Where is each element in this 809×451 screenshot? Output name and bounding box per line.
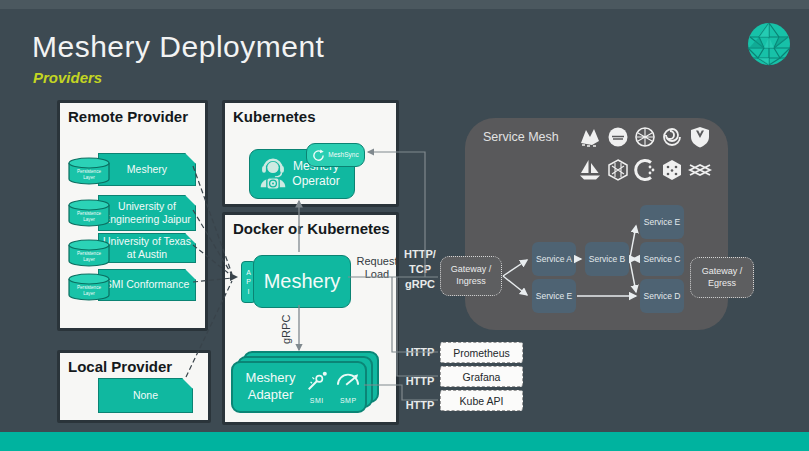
- meshery-adapter-label: Meshery Adapter: [239, 370, 302, 404]
- svg-text:Layer: Layer: [83, 291, 95, 296]
- gateway-ingress-box[interactable]: Gateway / Ingress: [440, 256, 502, 296]
- service-mesh-panel: Service Mesh: [465, 118, 728, 330]
- grafana-box[interactable]: Grafana: [440, 366, 523, 387]
- kube-api-box[interactable]: Kube API: [440, 390, 523, 411]
- http-label-kubeapi: HTTP: [403, 399, 437, 411]
- persistence-db-icon: Persistence Layer: [66, 199, 112, 227]
- service-mesh-logo-10-icon: [688, 158, 712, 182]
- remote-provider-title: Remote Provider: [68, 108, 188, 125]
- service-b-box[interactable]: Service B: [585, 242, 629, 276]
- meshery-box[interactable]: Meshery: [253, 255, 351, 308]
- persistence-db-icon: Persistence Layer: [66, 239, 112, 267]
- page-title: Meshery Deployment: [32, 30, 324, 64]
- local-provider-title: Local Provider: [68, 358, 172, 375]
- provider-item-smi-conformance[interactable]: SMI Conformance: [98, 269, 196, 301]
- http-label-prometheus: HTTP: [403, 346, 437, 358]
- service-mesh-title: Service Mesh: [483, 130, 559, 144]
- svg-text:Persistence: Persistence: [77, 211, 101, 216]
- service-e-top-box[interactable]: Service E: [640, 205, 684, 239]
- svg-text:Layer: Layer: [83, 175, 95, 180]
- service-mesh-logo-7-icon: [606, 158, 630, 182]
- protocol-stack-label: HTTP/ TCP gRPC: [398, 247, 442, 292]
- service-mesh-logo-4-icon: [660, 125, 684, 149]
- meshery-logo-icon: [746, 21, 792, 67]
- service-d-box[interactable]: Service D: [640, 279, 684, 313]
- kubernetes-panel: Kubernetes Meshery Operator MeshSync: [222, 100, 399, 207]
- sync-icon: [312, 149, 325, 162]
- service-mesh-logo-2-icon: [606, 125, 630, 149]
- smp-label: SMP: [332, 397, 365, 404]
- request-load-label: Request Load: [353, 255, 401, 281]
- docker-kubernetes-panel: Docker or Kubernetes A P I Meshery Reque…: [222, 212, 399, 425]
- meshsync-box[interactable]: MeshSync: [306, 143, 365, 167]
- service-mesh-logo-8-icon: [633, 158, 657, 182]
- prometheus-box[interactable]: Prometheus: [440, 342, 523, 363]
- svg-text:Persistence: Persistence: [77, 169, 101, 174]
- service-mesh-logo-5-icon: [688, 125, 712, 149]
- local-provider-panel: Local Provider None: [57, 350, 211, 423]
- gateway-egress-box[interactable]: Gateway / Egress: [690, 257, 754, 298]
- smi-icon: [305, 370, 329, 392]
- service-c-box[interactable]: Service C: [640, 242, 684, 276]
- svg-text:Persistence: Persistence: [77, 251, 101, 256]
- service-mesh-logo-3-icon: [633, 125, 657, 149]
- slide: Meshery Deployment Providers Remote Prov…: [0, 0, 809, 451]
- service-a-box[interactable]: Service A: [532, 242, 576, 276]
- top-strip: [0, 0, 809, 9]
- svg-text:Layer: Layer: [83, 257, 95, 262]
- api-letter: P: [246, 277, 251, 286]
- page-subtitle: Providers: [33, 69, 102, 86]
- service-mesh-logo-6-icon: [578, 158, 602, 182]
- meshery-adapter-box[interactable]: Meshery Adapter SMI SMP: [231, 361, 367, 413]
- svg-text:Persistence: Persistence: [77, 285, 101, 290]
- service-mesh-logo-9-icon: [660, 158, 684, 182]
- api-letter: I: [248, 287, 250, 296]
- service-e-bottom-box[interactable]: Service E: [532, 279, 576, 313]
- provider-item-meshery[interactable]: Meshery: [98, 153, 196, 186]
- persistence-db-icon: Persistence Layer: [66, 157, 112, 185]
- meshsync-label: MeshSync: [328, 151, 358, 159]
- service-mesh-logo-1-icon: [578, 125, 602, 149]
- api-letter: A: [246, 268, 251, 277]
- remote-provider-panel: Remote Provider Meshery University of En…: [57, 100, 208, 331]
- persistence-db-icon: Persistence Layer: [66, 273, 112, 301]
- http-label-grafana: HTTP: [403, 375, 437, 387]
- smi-label: SMI: [302, 397, 332, 404]
- smp-gauge-icon: [335, 370, 361, 392]
- svg-text:Layer: Layer: [83, 217, 95, 222]
- provider-item-university-jaipur[interactable]: University of Engineering Jaipur: [98, 195, 196, 231]
- operator-icon: [255, 157, 291, 193]
- bottom-accent-bar: [0, 432, 809, 451]
- grpc-label: gRPC: [276, 304, 290, 344]
- docker-kubernetes-title: Docker or Kubernetes: [233, 220, 390, 237]
- kubernetes-title: Kubernetes: [233, 108, 316, 125]
- provider-item-none[interactable]: None: [98, 378, 193, 413]
- provider-item-university-texas[interactable]: University of Texas at Austin: [98, 233, 196, 263]
